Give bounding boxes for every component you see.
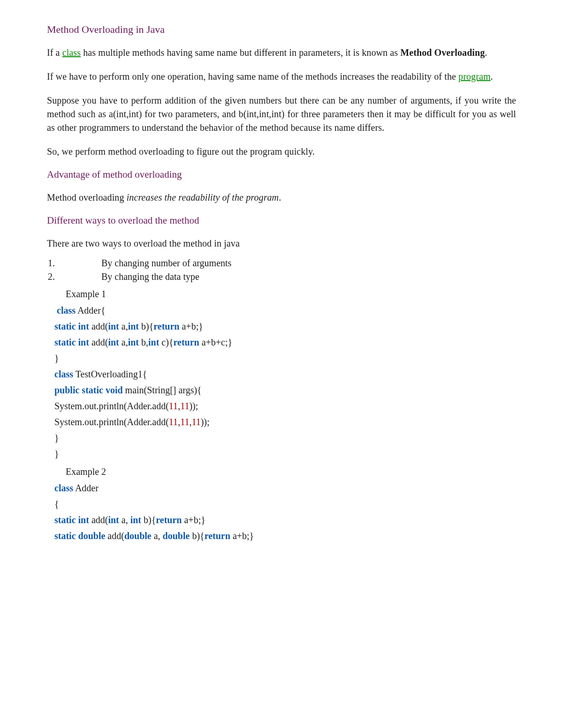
code-text: b, (139, 337, 148, 347)
example-2-label: Example 2 (66, 466, 516, 477)
code-text: a+b+c;} (199, 337, 232, 347)
heading-ways: Different ways to overload the method (47, 215, 516, 226)
code-kw: class (54, 369, 73, 379)
text-fragment: Method overloading (47, 192, 127, 203)
link-program[interactable]: program (458, 71, 490, 82)
code-text: TestOverloading1{ (73, 369, 147, 379)
code-kw: int (108, 337, 119, 347)
code-text: a, (119, 515, 130, 525)
code-kw: return (156, 515, 182, 525)
code-kw: int (78, 515, 89, 525)
paragraph-conclusion: So, we perform method overloading to fig… (47, 145, 516, 158)
code-kw: static (54, 515, 76, 525)
code-num: 11 (180, 417, 189, 427)
text-italic: increases the readability of the program (127, 192, 279, 203)
code-text: } (54, 353, 59, 363)
code-text: main(String[] args){ (123, 385, 202, 395)
code-num: 11 (169, 401, 178, 411)
code-kw: int (108, 515, 119, 525)
code-num: 11 (180, 401, 189, 411)
code-text: a+b;} (179, 321, 203, 331)
code-text: } (54, 449, 59, 459)
code-kw: int (128, 321, 139, 331)
code-text: b){ (139, 321, 153, 331)
code-text: c){ (159, 337, 173, 347)
code-text: a+b;} (230, 531, 254, 541)
text-fragment: If a (47, 47, 62, 58)
paragraph-suppose: Suppose you have to perform addition of … (47, 94, 516, 135)
text-fragment: If we have to perform only one operation… (47, 71, 458, 82)
text-fragment: . (279, 192, 281, 203)
code-example-1: class Adder{ static int add(int a,int b)… (54, 302, 516, 462)
code-text: )); (189, 401, 198, 411)
paragraph-intro: If a class has multiple methods having s… (47, 46, 516, 60)
document-page: Method Overloading in Java If a class ha… (0, 0, 563, 728)
code-kw: static (54, 337, 76, 347)
code-text: a, (152, 531, 163, 541)
code-kw: int (78, 321, 89, 331)
code-text: System.out.println(Adder.add( (54, 417, 169, 427)
paragraph-readability: If we have to perform only one operation… (47, 70, 516, 83)
code-kw: static (54, 321, 76, 331)
code-kw: public (54, 385, 79, 395)
code-text: add( (105, 531, 124, 541)
heading-advantage: Advantage of method overloading (47, 169, 516, 180)
text-fragment: has multiple methods having same name bu… (81, 47, 400, 58)
code-num: 11 (191, 417, 200, 427)
code-text: add( (89, 337, 108, 347)
link-class[interactable]: class (62, 47, 81, 58)
code-kw: static (82, 385, 103, 395)
code-text: { (54, 499, 59, 509)
code-kw: return (205, 531, 230, 541)
code-kw: int (128, 337, 139, 347)
code-text: System.out.println(Adder.add( (54, 401, 169, 411)
code-kw: int (78, 337, 89, 347)
code-text: add( (89, 515, 108, 525)
example-1-label: Example 1 (66, 289, 516, 300)
text-fragment: . (491, 71, 493, 82)
code-kw: static (54, 531, 76, 541)
code-num: 11 (169, 417, 178, 427)
code-text: Adder{ (76, 305, 105, 315)
code-text: add( (89, 321, 108, 331)
code-text: } (54, 433, 59, 443)
code-kw: double (163, 531, 190, 541)
code-kw: return (153, 321, 179, 331)
list-item: By changing the data type (57, 271, 516, 282)
code-text: )); (201, 417, 210, 427)
code-text: Adder (73, 483, 99, 493)
code-kw: class (54, 483, 73, 493)
code-text: a+b;} (182, 515, 205, 525)
code-example-2: class Adder { static int add(int a, int … (54, 480, 516, 544)
paragraph-ways-intro: There are two ways to overload the metho… (47, 237, 516, 250)
code-text: a, (119, 321, 128, 331)
text-bold: Method Overloading (400, 47, 485, 58)
text-fragment: . (485, 47, 487, 58)
code-kw: int (148, 337, 159, 347)
code-kw: void (106, 385, 123, 395)
page-title: Method Overloading in Java (47, 23, 516, 36)
code-text: b){ (141, 515, 156, 525)
code-kw: double (78, 531, 106, 541)
code-text: b){ (190, 531, 204, 541)
ways-list: By changing number of arguments By chang… (47, 258, 516, 282)
paragraph-advantage: Method overloading increases the readabi… (47, 191, 516, 204)
code-kw: class (54, 305, 76, 315)
code-text: a, (119, 337, 128, 347)
code-kw: int (130, 515, 141, 525)
list-item: By changing number of arguments (57, 258, 516, 269)
code-kw: int (108, 321, 119, 331)
code-kw: return (174, 337, 199, 347)
code-kw: double (124, 531, 152, 541)
